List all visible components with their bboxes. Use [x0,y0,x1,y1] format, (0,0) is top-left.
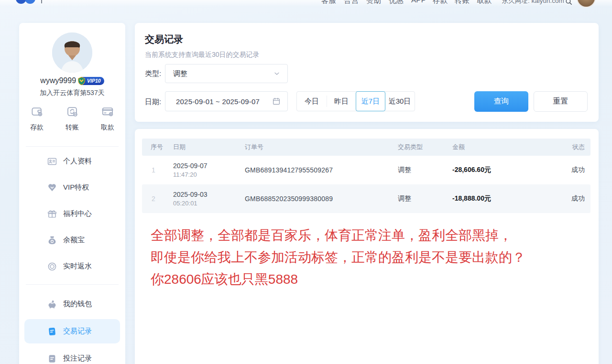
table-row: 2 2025-09-03 05:20:01 GMB688520235099938… [142,184,590,213]
sidebar-item-rebate[interactable]: 实时返水 [19,253,125,279]
records-panel: 序号 日期 订单号 交易类型 金额 状态 1 2025-09-07 11:47:… [135,129,599,364]
deposit-label: 存款 [30,123,44,132]
nav-withdraw[interactable]: 取款 [477,0,492,6]
sidebar-item-transactions[interactable]: 交易记录 [19,318,125,345]
username: wywy9999 [40,76,76,85]
sidebar-item-label: 余额宝 [63,236,85,245]
sidebar-menu-records: 我的钱包 交易记录 投注记录 [19,290,125,364]
withdraw-button[interactable]: 取款 [90,105,125,132]
reset-button[interactable]: 重置 [534,91,588,112]
withdraw-label: 取款 [101,123,114,132]
calendar-icon [272,97,281,106]
col-header-date: 日期 [173,143,245,151]
sidebar-item-welfare[interactable]: 福利中心 [19,201,125,227]
row-amount: -28,606.60元 [450,166,565,174]
annotation-line: 即使是你给我上不参加活动标签，正常的盈利是不是要出款的？ [151,246,525,268]
search-icon[interactable] [565,0,573,6]
range-today-button[interactable]: 今日 [297,92,327,111]
permanent-url-text: 永久网址: kaiyun.com [502,0,564,5]
sidebar-item-wallet[interactable]: 我的钱包 [19,290,125,318]
nav-transfer[interactable]: 转账 [455,0,470,6]
date-label: 日期: [145,97,161,107]
transfer-icon [66,105,79,120]
sidebar-item-label: 实时返水 [63,262,92,271]
range-last30days-button[interactable]: 近30日 [385,92,415,111]
sidebar-item-label: VIP特权 [63,183,89,192]
col-header-type: 交易类型 [398,143,450,151]
piggy-bank-icon [47,299,57,310]
id-card-icon [47,156,57,167]
nav-partnership[interactable]: 合营 [344,0,359,6]
sidebar-item-label: 我的钱包 [63,300,92,309]
type-label: 类型: [145,69,161,78]
top-nav-wallet-links: 存款 转账 取款 [433,0,492,6]
sidebar-item-label: 交易记录 [63,327,92,336]
quick-range-group: 今日 昨日 近7日 近30日 [296,91,415,111]
transfer-label: 转账 [66,123,79,132]
table-header-row: 序号 日期 订单号 交易类型 金额 状态 [142,139,590,156]
type-select[interactable]: 调整 [165,64,288,83]
nav-app[interactable]: APP [411,0,426,6]
quick-actions: 存款 转账 [19,105,125,132]
rebate-coin-icon [47,261,57,272]
nav-sponsorship[interactable]: 赞助 [366,0,381,6]
avatar[interactable] [52,32,92,73]
sidebar-item-profile[interactable]: 个人资料 [19,148,125,174]
chevron-down-icon [273,70,281,77]
col-header-order: 订单号 [245,143,398,151]
nav-promotions[interactable]: 优惠 [389,0,404,6]
sidebar-item-label: 投注记录 [63,354,92,363]
annotation-line: 全部调整，全部都是百家乐，体育正常注单，盈利全部黑掉， [151,225,525,246]
row-time: 11:47:20 [173,171,245,178]
gift-icon [47,209,57,219]
vip-badge[interactable]: VIP10 [79,77,104,85]
row-date: 2025-09-07 [173,162,245,170]
red-annotation-text: 全部调整，全部都是百家乐，体育正常注单，盈利全部黑掉， 即使是你给我上不参加活动… [151,225,525,290]
row-index: 2 [142,195,173,203]
page-subtitle: 当前系统支持查询最近30日的交易记录 [145,51,260,59]
sidebar-divider [26,284,119,285]
row-status: 成功 [565,166,590,174]
type-selected-value: 调整 [173,69,273,78]
filter-panel: 交易记录 当前系统支持查询最近30日的交易记录 类型: 调整 日期: 2025-… [135,23,599,122]
row-order-number: GMB6891394127955509267 [245,166,398,174]
sidebar-item-label: 个人资料 [63,157,92,166]
row-transaction-type: 调整 [398,194,450,203]
sidebar-item-label: 福利中心 [63,209,92,218]
row-amount: -18,888.00元 [450,194,565,203]
vip-shield-icon [77,76,86,86]
sidebar-item-yuebao[interactable]: 余额宝 [19,227,125,253]
betting-record-icon [47,353,57,364]
deposit-button[interactable]: 存款 [19,105,55,132]
date-range-input[interactable]: 2025-09-01 ~ 2025-09-07 [165,91,288,111]
col-header-status: 状态 [565,143,590,151]
range-yesterday-button[interactable]: 昨日 [327,92,356,111]
sidebar-divider [26,146,119,147]
col-header-index: 序号 [142,143,173,151]
sidebar-menu-primary: 个人资料 VIP特权 福利中心 余额宝 [19,148,125,279]
row-date: 2025-09-03 [173,191,245,198]
top-nav-links: 客服 合营 赞助 优惠 APP [321,0,426,6]
vip-level-text: VIP10 [87,78,101,84]
site-logo-text-fragment [41,0,42,3]
row-index: 1 [142,166,173,174]
page-title: 交易记录 [145,33,183,46]
transactions-table: 序号 日期 订单号 交易类型 金额 状态 1 2025-09-07 11:47:… [142,139,590,213]
row-status: 成功 [565,194,590,203]
wallet-icon [31,105,44,120]
query-button[interactable]: 查询 [474,91,528,112]
join-days-text: 加入开云体育第537天 [19,89,125,97]
row-order-number: GMB6885202350999380089 [245,195,398,203]
sidebar-item-betting-records[interactable]: 投注记录 [19,345,125,364]
bank-card-icon [101,105,114,120]
row-transaction-type: 调整 [398,166,450,174]
range-last7days-button[interactable]: 近7日 [356,91,385,111]
sidebar-item-vip[interactable]: VIP特权 [19,174,125,201]
date-range-value: 2025-09-01 ~ 2025-09-07 [176,97,272,106]
transfer-button[interactable]: 转账 [55,105,90,132]
annotation-line: 你28606应该也只黑5888 [151,268,525,290]
nav-deposit[interactable]: 存款 [433,0,448,6]
vip-gem-icon [47,182,57,193]
sidebar: wywy9999 VIP10 加入开云体育第537天 存款 [19,23,125,364]
nav-customer-service[interactable]: 客服 [321,0,336,6]
